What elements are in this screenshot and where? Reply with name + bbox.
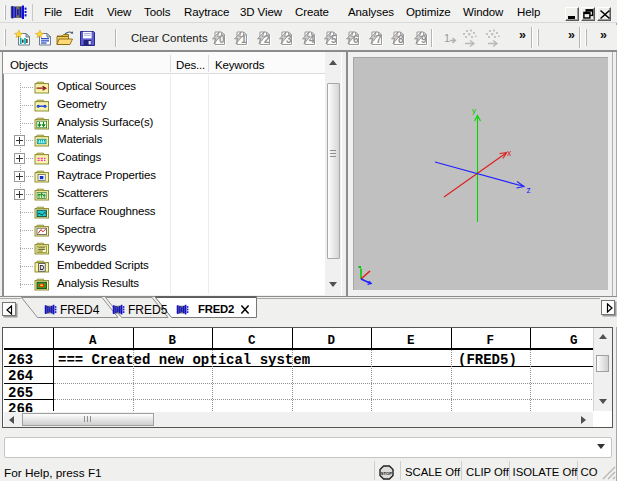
svg-text:z: z	[527, 185, 531, 195]
svg-text:3: 3	[286, 34, 292, 45]
svg-text:y: y	[472, 106, 476, 115]
svg-text:D: D	[39, 264, 44, 271]
svg-text:9: 9	[421, 34, 427, 45]
svg-text:0: 0	[219, 34, 225, 45]
svg-text:2: 2	[264, 34, 270, 45]
svg-text:1: 1	[241, 34, 247, 45]
svg-text:STOP: STOP	[381, 470, 393, 475]
svg-text:8: 8	[398, 34, 404, 45]
svg-text:7: 7	[376, 34, 382, 45]
svg-text:5: 5	[331, 34, 337, 45]
svg-text:x: x	[507, 148, 512, 158]
svg-text:6: 6	[353, 34, 359, 45]
svg-text:4: 4	[309, 34, 315, 45]
svg-text:1: 1	[444, 32, 450, 44]
